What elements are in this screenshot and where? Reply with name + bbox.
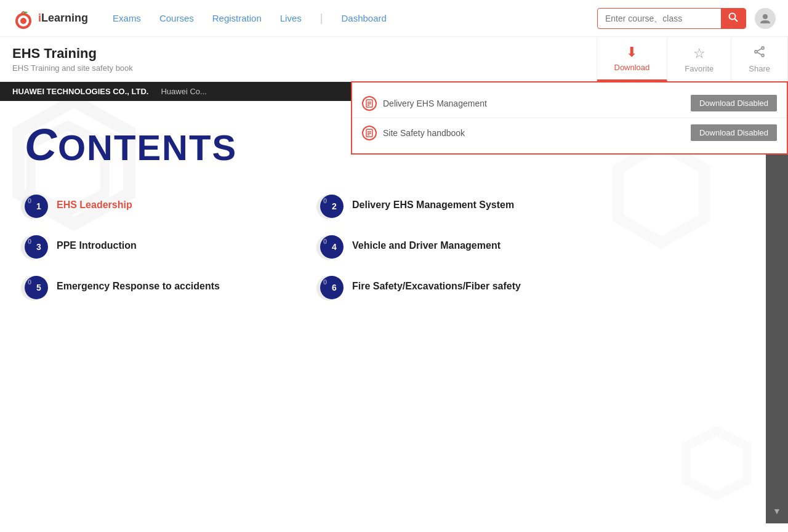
course-header: EHS Training EHS Training and site safet… <box>0 37 788 82</box>
search-icon <box>728 12 738 22</box>
dropdown-item-1: Delivery EHS Management Download Disable… <box>352 89 787 118</box>
item-number-3: 0 3 <box>25 235 48 259</box>
svg-point-2 <box>20 18 26 24</box>
num-circle-1: 0 1 <box>25 195 48 218</box>
share-button[interactable]: Share <box>731 37 788 81</box>
svg-line-10 <box>757 52 762 55</box>
svg-marker-21 <box>618 144 704 243</box>
course-subtitle: EHS Training and site safety book <box>12 63 584 73</box>
search-bar <box>597 8 746 29</box>
huawei-name: Huawei Co... <box>161 87 206 96</box>
svg-line-4 <box>735 18 738 22</box>
right-sidebar: ▼ <box>766 101 788 523</box>
svg-point-8 <box>762 54 764 57</box>
list-item: 0 2 Delivery EHS Management System <box>320 195 579 218</box>
company-name: HUAWEI TECHNOLOGIES CO., LTD. <box>12 87 148 96</box>
logo-text: iLearning <box>38 12 88 25</box>
download-icon: ⬇ <box>626 44 637 60</box>
nav-dashboard[interactable]: Dashboard <box>342 13 387 23</box>
nav-exams[interactable]: Exams <box>113 13 141 23</box>
dropdown-item-left-1: Delivery EHS Management <box>362 96 487 111</box>
download-dropdown: Delivery EHS Management Download Disable… <box>351 81 788 155</box>
contents-c: C <box>25 120 58 169</box>
num-circle-6: 0 6 <box>320 276 344 299</box>
item-label-3: PPE Introduction <box>57 235 137 251</box>
svg-line-9 <box>757 49 762 51</box>
course-info: EHS Training EHS Training and site safet… <box>0 37 597 81</box>
svg-marker-22 <box>686 431 747 496</box>
main-content: Contents 0 1 EHS Leadership <box>0 101 788 523</box>
favorite-button[interactable]: ☆ Favorite <box>667 37 731 81</box>
list-item: 0 4 Vehicle and Driver Management <box>320 235 579 259</box>
doc-name-1: Delivery EHS Management <box>383 99 487 108</box>
item-number-6: 0 6 <box>320 276 344 299</box>
dropdown-item-2: Site Safety handbook Download Disabled <box>352 118 787 147</box>
file-icon-2 <box>362 126 377 140</box>
search-button[interactable] <box>721 9 746 28</box>
item-number-4: 0 4 <box>320 235 344 259</box>
download-disabled-btn-1[interactable]: Download Disabled <box>691 95 777 111</box>
item-number-2: 0 2 <box>320 195 344 218</box>
item-label-6: Fire Safety/Excavations/Fiber safety <box>352 276 521 292</box>
file-icon-1 <box>362 96 377 111</box>
svg-point-5 <box>763 14 768 19</box>
hex-decoration-3 <box>680 425 754 511</box>
share-icon <box>754 46 766 62</box>
contents-grid: 0 1 EHS Leadership 0 2 Delivery EH <box>25 195 579 299</box>
scroll-down-icon[interactable]: ▼ <box>773 506 781 518</box>
svg-point-7 <box>755 50 757 53</box>
content-area: Contents 0 1 EHS Leadership <box>0 101 766 523</box>
nav-courses[interactable]: Courses <box>159 13 194 23</box>
main-nav: Exams Courses Registration Lives | Dashb… <box>113 12 597 25</box>
dropdown-item-left-2: Site Safety handbook <box>362 126 465 140</box>
item-label-4: Vehicle and Driver Management <box>352 235 501 251</box>
svg-point-6 <box>762 47 764 49</box>
main-header: iLearning Exams Courses Registration Liv… <box>0 0 788 37</box>
book-contents: Contents 0 1 EHS Leadership <box>0 101 766 523</box>
list-item: 0 1 EHS Leadership <box>25 195 283 218</box>
contents-title: Contents <box>25 119 237 170</box>
list-item: 0 6 Fire Safety/Excavations/Fiber safety <box>320 276 579 299</box>
num-circle-4: 0 4 <box>320 235 344 259</box>
item-number-5: 0 5 <box>25 276 48 299</box>
hex-decoration-2 <box>606 138 717 261</box>
favorite-icon: ☆ <box>693 46 706 62</box>
user-avatar[interactable] <box>755 8 776 29</box>
list-item: 0 5 Emergency Response to accidents <box>25 276 283 299</box>
course-actions: ⬇ Download ☆ Favorite Share <box>597 37 789 81</box>
num-circle-5: 0 5 <box>25 276 48 299</box>
list-item: 0 3 PPE Introduction <box>25 235 283 259</box>
nav-separator: | <box>320 12 323 25</box>
nav-registration[interactable]: Registration <box>212 13 262 23</box>
item-label-5: Emergency Response to accidents <box>57 276 220 292</box>
nav-lives[interactable]: Lives <box>280 13 302 23</box>
doc-name-2: Site Safety handbook <box>383 128 465 138</box>
svg-point-3 <box>730 13 736 19</box>
item-label-1: EHS Leadership <box>57 195 132 211</box>
download-button[interactable]: ⬇ Download <box>597 37 668 81</box>
share-label: Share <box>749 64 770 73</box>
item-label-2: Delivery EHS Management System <box>352 195 514 211</box>
download-disabled-btn-2[interactable]: Download Disabled <box>691 124 777 141</box>
num-circle-3: 0 3 <box>25 235 48 259</box>
logo[interactable]: iLearning <box>12 7 88 30</box>
download-label: Download <box>614 63 650 72</box>
num-circle-2: 0 2 <box>320 195 344 218</box>
course-title: EHS Training <box>12 46 584 62</box>
search-input[interactable] <box>598 10 721 27</box>
favorite-label: Favorite <box>685 64 714 73</box>
item-number-1: 0 1 <box>25 195 48 218</box>
contents-rest: ontents <box>58 127 237 167</box>
